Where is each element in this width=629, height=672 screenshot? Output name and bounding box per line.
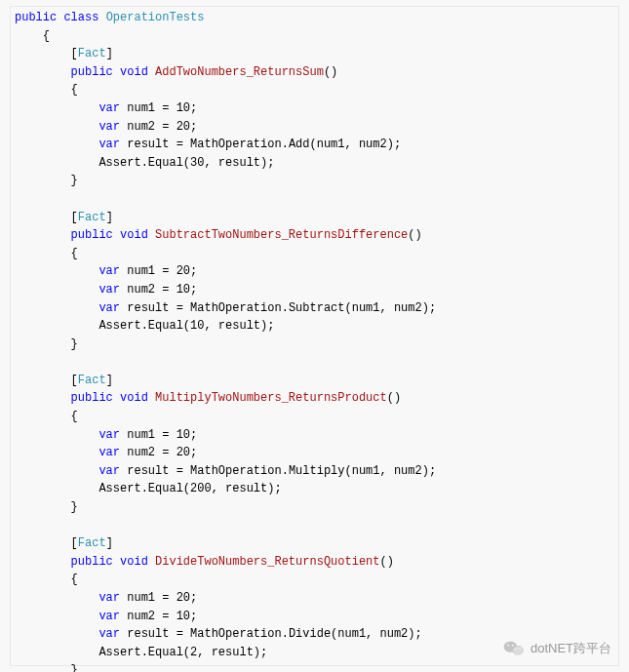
watermark: dotNET跨平台 — [503, 639, 611, 658]
class-name: OperationTests — [106, 11, 205, 24]
svg-point-5 — [515, 649, 516, 650]
watermark-text: dotNET跨平台 — [531, 639, 611, 658]
method-name: AddTwoNumbers_ReturnsSum — [155, 65, 324, 79]
svg-point-6 — [519, 649, 520, 650]
keyword-public: public — [15, 11, 57, 24]
svg-point-4 — [512, 645, 514, 647]
svg-point-3 — [507, 645, 509, 647]
code-block: public class OperationTests { [Fact] pub… — [10, 6, 619, 666]
wechat-icon — [503, 640, 525, 657]
attribute: Fact — [78, 47, 106, 60]
keyword-class: class — [63, 11, 98, 24]
